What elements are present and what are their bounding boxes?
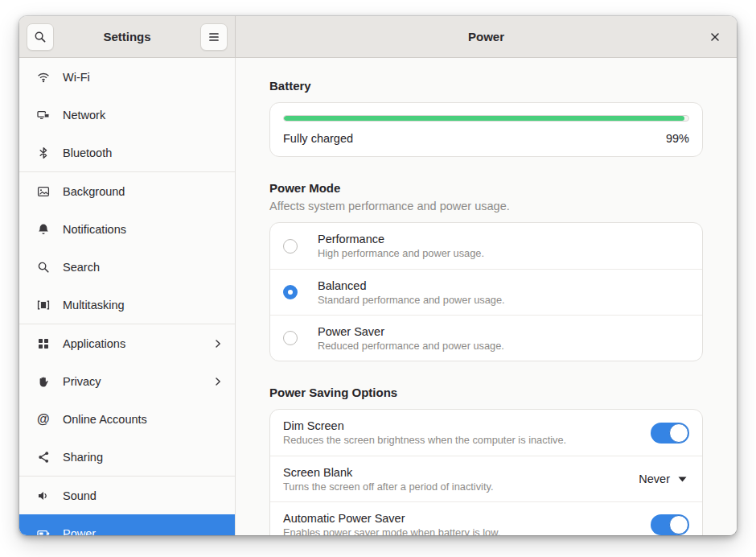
sidebar-item-label: Bluetooth [63, 146, 224, 159]
power-mode-option-balanced[interactable]: Balanced Standard performance and power … [270, 269, 702, 315]
sidebar-item-wifi[interactable]: Wi-Fi [19, 58, 235, 96]
sidebar-item-label: Applications [63, 337, 199, 350]
multitasking-icon [37, 299, 50, 312]
menu-button[interactable] [200, 23, 228, 51]
power-mode-option-power-saver[interactable]: Power Saver Reduced performance and powe… [270, 315, 702, 361]
sidebar-item-power[interactable]: Power [19, 514, 235, 535]
sidebar-item-label: Notifications [63, 223, 224, 236]
battery-progress-fill [284, 116, 684, 121]
screen-blank-dropdown[interactable]: Never [637, 469, 689, 489]
dropdown-value: Never [639, 472, 670, 485]
sidebar-item-notifications[interactable]: Notifications [19, 210, 235, 248]
network-icon [37, 109, 50, 122]
screen-blank-row: Screen Blank Turns the screen off after … [270, 456, 702, 501]
search-button[interactable] [27, 23, 54, 51]
toggle-knob [669, 423, 688, 443]
row-title: Automatic Power Saver [283, 512, 647, 525]
sidebar-item-label: Sharing [63, 451, 224, 464]
radio-checked[interactable] [283, 285, 298, 299]
sidebar-item-label: Wi-Fi [63, 71, 224, 84]
power-mode-option-performance[interactable]: Performance High performance and power u… [270, 223, 702, 269]
sidebar-item-applications[interactable]: Applications [19, 324, 235, 362]
wifi-icon [37, 71, 50, 84]
option-description: Reduced performance and power usage. [318, 340, 689, 352]
battery-progress-bar [283, 115, 689, 122]
row-description: Turns the screen off after a period of i… [283, 481, 634, 493]
settings-sidebar: Wi-Fi Network Bluetooth Background [19, 58, 236, 535]
bell-icon [37, 223, 50, 236]
background-icon [37, 185, 50, 198]
close-icon [709, 31, 721, 43]
sidebar-item-label: Power [63, 527, 224, 535]
battery-power-icon [37, 527, 50, 535]
settings-window: Settings Power Wi-Fi Network [19, 16, 737, 535]
automatic-power-saver-row: Automatic Power Saver Enables power save… [270, 501, 702, 535]
search-icon [37, 261, 50, 274]
sidebar-item-label: Multitasking [63, 299, 224, 312]
battery-status-text: Fully charged [283, 132, 353, 145]
power-mode-card: Performance High performance and power u… [269, 222, 703, 361]
row-title: Dim Screen [283, 419, 647, 432]
power-mode-subtitle: Affects system performance and power usa… [269, 200, 703, 212]
sidebar-item-label: Network [63, 109, 224, 122]
share-icon [37, 451, 50, 464]
at-icon: @ [37, 413, 50, 426]
dim-screen-row: Dim Screen Reduces the screen brightness… [270, 410, 702, 456]
applications-grid-icon [37, 337, 50, 350]
sidebar-item-sharing[interactable]: Sharing [19, 438, 235, 476]
option-title: Performance [318, 233, 689, 245]
sidebar-item-search[interactable]: Search [19, 248, 235, 286]
radio-unchecked[interactable] [283, 331, 298, 345]
sidebar-item-label: Search [63, 261, 224, 274]
dim-screen-toggle[interactable] [651, 423, 689, 444]
automatic-power-saver-toggle[interactable] [651, 514, 689, 535]
sidebar-item-online-accounts[interactable]: @ Online Accounts [19, 400, 235, 438]
sidebar-item-multitasking[interactable]: Multitasking [19, 286, 235, 324]
option-description: High performance and power usage. [318, 247, 689, 259]
power-saving-section: Power Saving Options Dim Screen Reduces … [269, 386, 703, 535]
hamburger-menu-icon [208, 32, 220, 42]
sidebar-item-privacy[interactable]: Privacy [19, 362, 235, 400]
row-description: Enables power saver mode when battery is… [283, 526, 647, 536]
option-title: Balanced [318, 279, 689, 292]
bluetooth-icon [37, 146, 50, 159]
search-icon [34, 31, 47, 43]
toggle-knob [669, 515, 688, 534]
sidebar-headerbar: Settings [19, 16, 236, 58]
power-mode-title: Power Mode [269, 181, 703, 195]
chevron-down-icon [677, 476, 688, 483]
page-title: Power [468, 30, 504, 43]
sidebar-item-label: Sound [63, 489, 224, 502]
sidebar-title: Settings [103, 30, 150, 43]
sidebar-item-sound[interactable]: Sound [19, 477, 235, 514]
content-headerbar: Power [236, 16, 737, 58]
sidebar-item-label: Privacy [63, 375, 199, 388]
battery-section: Battery Fully charged 99% [269, 79, 703, 157]
power-saving-title: Power Saving Options [269, 386, 703, 399]
battery-section-title: Battery [269, 79, 703, 93]
radio-unchecked[interactable] [283, 239, 298, 254]
hand-privacy-icon [37, 375, 50, 388]
chevron-right-icon [212, 338, 224, 349]
sidebar-item-label: Background [63, 185, 224, 198]
power-panel: Battery Fully charged 99% Power Mode Aff… [236, 58, 737, 535]
sidebar-item-label: Online Accounts [63, 413, 224, 426]
row-title: Screen Blank [283, 466, 634, 479]
battery-card: Fully charged 99% [269, 102, 703, 157]
power-mode-section: Power Mode Affects system performance an… [269, 181, 703, 361]
chevron-right-icon [212, 376, 224, 387]
sidebar-item-bluetooth[interactable]: Bluetooth [19, 134, 235, 171]
speaker-icon [37, 489, 50, 502]
sidebar-item-background[interactable]: Background [19, 172, 235, 210]
option-title: Power Saver [318, 325, 689, 338]
sidebar-item-network[interactable]: Network [19, 96, 235, 134]
battery-percent: 99% [666, 132, 689, 145]
power-saving-card: Dim Screen Reduces the screen brightness… [269, 409, 703, 535]
close-window-button[interactable] [703, 25, 727, 49]
option-description: Standard performance and power usage. [318, 294, 689, 306]
row-description: Reduces the screen brightness when the c… [283, 434, 647, 446]
